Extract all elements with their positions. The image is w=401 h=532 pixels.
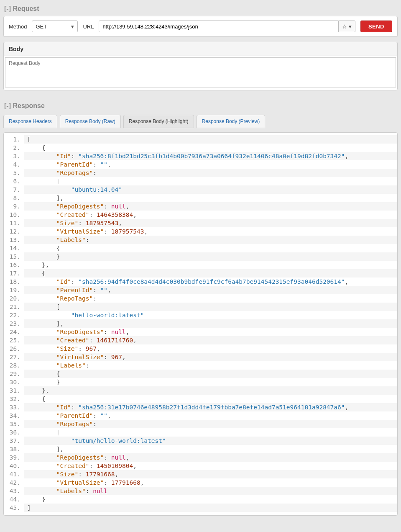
line-number: 13	[4, 236, 24, 244]
code-line: 37 "tutum/hello-world:latest"	[4, 437, 397, 445]
code-line: 42 "VirtualSize": 17791668,	[4, 478, 397, 487]
line-number: 32	[4, 395, 24, 403]
code-content: "RepoTags":	[24, 420, 397, 428]
line-number: 9	[4, 202, 24, 211]
request-body-input[interactable]	[5, 57, 396, 87]
code-line: 22 "hello-world:latest"	[4, 311, 397, 319]
code-line: 38 ],	[4, 445, 397, 453]
line-number: 1	[4, 135, 24, 144]
code-line: 3 "Id": "sha256:8f1bd21bd25c3fb1d4b00b79…	[4, 152, 397, 160]
line-number: 31	[4, 386, 24, 395]
line-number: 4	[4, 160, 24, 169]
code-line: 31 },	[4, 386, 397, 395]
method-select[interactable]: GET ▾	[32, 21, 78, 32]
code-content: "ParentId": "",	[24, 286, 397, 294]
response-code-panel: 1[2 {3 "Id": "sha256:8f1bd21bd25c3fb1d4b…	[3, 132, 398, 516]
code-content: ]	[24, 504, 397, 512]
code-line: 19 "ParentId": "",	[4, 286, 397, 294]
code-line: 23 ],	[4, 319, 397, 328]
line-number: 28	[4, 361, 24, 370]
code-content: [	[24, 135, 397, 144]
tab-response-body-preview[interactable]: Response Body (Preview)	[197, 115, 266, 128]
code-line: 36 [	[4, 428, 397, 437]
tab-response-headers[interactable]: Response Headers	[3, 115, 57, 128]
line-number: 8	[4, 194, 24, 202]
code-line: 18 "Id": "sha256:94df4f0ce8a4d4d4c030b9b…	[4, 278, 397, 286]
code-content: [	[24, 303, 397, 311]
method-label: Method	[9, 23, 27, 30]
request-panel: Method GET ▾ URL ☆ ▾ SEND	[3, 16, 398, 37]
send-button[interactable]: SEND	[360, 21, 392, 32]
code-line: 32 {	[4, 395, 397, 403]
line-number: 12	[4, 227, 24, 236]
code-line: 16 },	[4, 261, 397, 269]
code-line: 44 }	[4, 495, 397, 504]
request-title: Request	[13, 5, 39, 12]
line-number: 41	[4, 470, 24, 478]
code-content: "Size": 187957543,	[24, 219, 397, 227]
tab-response-body-raw[interactable]: Response Body (Raw)	[60, 115, 121, 128]
code-line: 24 "RepoDigests": null,	[4, 328, 397, 336]
line-number: 27	[4, 353, 24, 361]
line-number: 35	[4, 420, 24, 428]
code-content: "VirtualSize": 17791668,	[24, 478, 397, 487]
line-number: 22	[4, 311, 24, 319]
code-content: "Created": 1464358384,	[24, 211, 397, 219]
code-content: "ParentId": "",	[24, 160, 397, 169]
response-tabs: Response Headers Response Body (Raw) Res…	[3, 115, 398, 128]
code-line: 5 "RepoTags":	[4, 169, 397, 177]
code-content: {	[24, 395, 397, 403]
line-number: 37	[4, 437, 24, 445]
line-number: 3	[4, 152, 24, 160]
code-line: 9 "RepoDigests": null,	[4, 202, 397, 211]
code-content: "Labels":	[24, 236, 397, 244]
code-line: 11 "Size": 187957543,	[4, 219, 397, 227]
request-section-header[interactable]: [-] Request	[3, 3, 398, 16]
code-line: 33 "Id": "sha256:31e17b0746e48958b27f1d3…	[4, 403, 397, 411]
line-number: 11	[4, 219, 24, 227]
code-content: "tutum/hello-world:latest"	[24, 437, 397, 445]
code-content: "Size": 17791668,	[24, 470, 397, 478]
tab-response-body-highlight[interactable]: Response Body (Highlight)	[123, 115, 194, 128]
code-content: },	[24, 386, 397, 395]
request-body-panel: Body	[3, 42, 398, 90]
code-content: "RepoTags":	[24, 294, 397, 303]
line-number: 19	[4, 286, 24, 294]
response-section-header[interactable]: [-] Response	[3, 100, 398, 113]
code-content: [	[24, 177, 397, 185]
line-number: 21	[4, 303, 24, 311]
code-line: 12 "VirtualSize": 187957543,	[4, 227, 397, 236]
code-line: 27 "VirtualSize": 967,	[4, 353, 397, 361]
body-section-title: Body	[3, 42, 398, 56]
line-number: 7	[4, 185, 24, 194]
line-number: 45	[4, 504, 24, 512]
code-line: 4 "ParentId": "",	[4, 160, 397, 169]
collapse-toggle-icon[interactable]: [-]	[4, 102, 11, 109]
code-line: 17 {	[4, 269, 397, 278]
code-content: "Created": 1461714760,	[24, 336, 397, 344]
code-content: }	[24, 495, 397, 504]
code-content: [	[24, 428, 397, 437]
line-number: 30	[4, 378, 24, 386]
code-content: "hello-world:latest"	[24, 311, 397, 319]
line-number: 34	[4, 411, 24, 420]
line-number: 15	[4, 252, 24, 261]
code-line: 28 "Labels":	[4, 361, 397, 370]
code-line: 40 "Created": 1450109804,	[4, 462, 397, 470]
line-number: 23	[4, 319, 24, 328]
line-number: 38	[4, 445, 24, 453]
line-number: 6	[4, 177, 24, 185]
line-number: 24	[4, 328, 24, 336]
code-content: "RepoDigests": null,	[24, 328, 397, 336]
url-favorite-dropdown[interactable]: ☆ ▾	[339, 21, 355, 32]
code-line: 10 "Created": 1464358384,	[4, 211, 397, 219]
code-line: 21 [	[4, 303, 397, 311]
code-line: 39 "RepoDigests": null,	[4, 453, 397, 462]
code-content: "RepoDigests": null,	[24, 453, 397, 462]
code-content: {	[24, 144, 397, 152]
line-number: 16	[4, 261, 24, 269]
star-icon: ☆	[342, 23, 347, 30]
code-content: "Labels": null	[24, 487, 397, 495]
url-input[interactable]	[99, 21, 338, 32]
collapse-toggle-icon[interactable]: [-]	[4, 5, 11, 12]
